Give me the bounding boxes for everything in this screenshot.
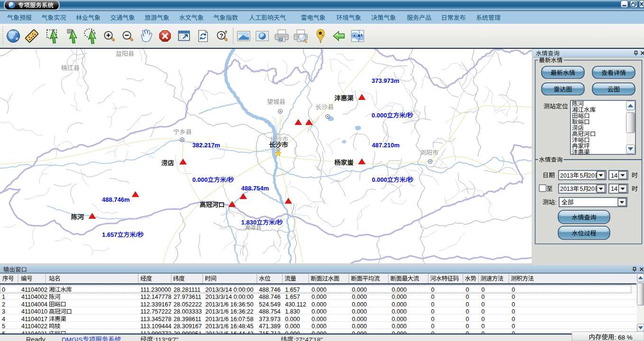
svg-text:0: 0: [481, 308, 485, 315]
svg-text:0.000: 0.000: [352, 301, 367, 308]
svg-text:/: /: [275, 219, 277, 226]
svg-text:0: 0: [466, 301, 469, 308]
svg-text:0: 0: [481, 316, 485, 323]
svg-text:0.000: 0.000: [193, 176, 208, 183]
svg-text:0.000: 0.000: [372, 112, 387, 119]
svg-text:DMGIS: DMGIS: [62, 336, 83, 341]
svg-text:0.000: 0.000: [392, 316, 407, 323]
svg-text:0.000: 0.000: [352, 323, 367, 330]
svg-text:0: 0: [466, 308, 469, 315]
svg-text:0.000: 0.000: [392, 294, 407, 300]
svg-text:0.000: 0.000: [392, 323, 407, 330]
svg-text:: 68 %: : 68 %: [615, 334, 633, 341]
svg-text:5: 5: [580, 186, 583, 192]
svg-text:0: 0: [466, 287, 469, 293]
svg-text:2013: 2013: [560, 186, 573, 192]
svg-text:0.000: 0.000: [312, 316, 327, 323]
svg-text:0: 0: [431, 294, 434, 300]
svg-text:382.217m: 382.217m: [193, 142, 221, 149]
svg-text:0: 0: [431, 323, 434, 330]
svg-text:1.830: 1.830: [241, 219, 257, 226]
svg-text:20: 20: [588, 172, 595, 179]
svg-text:/: /: [405, 112, 407, 119]
svg-text:0.000: 0.000: [312, 294, 327, 300]
svg-text:488.746m: 488.746m: [102, 196, 130, 203]
svg-text:0.000: 0.000: [352, 287, 367, 293]
svg-text:1.657: 1.657: [102, 231, 118, 238]
svg-text:0: 0: [481, 287, 485, 293]
svg-text:0: 0: [481, 301, 485, 308]
svg-text:5: 5: [580, 172, 583, 179]
svg-text:0: 0: [512, 308, 515, 315]
svg-text:±: ±: [225, 29, 227, 34]
svg-text:2013: 2013: [560, 172, 573, 179]
svg-text:0: 0: [466, 294, 469, 300]
svg-text:0.000: 0.000: [352, 308, 367, 315]
svg-text:Ready: Ready: [26, 336, 45, 341]
svg-text::: :: [555, 199, 557, 206]
svg-text:0.000: 0.000: [352, 294, 367, 300]
svg-text:0: 0: [431, 316, 434, 323]
svg-text:0: 0: [512, 301, 515, 308]
svg-text:0: 0: [512, 316, 515, 323]
svg-text:0.000: 0.000: [392, 308, 407, 315]
svg-text:0.000: 0.000: [312, 308, 327, 315]
svg-text:14: 14: [611, 172, 617, 179]
svg-text:0.000: 0.000: [352, 316, 367, 323]
svg-text:0: 0: [431, 301, 434, 308]
svg-text::113°9'7": :113°9'7": [153, 336, 178, 341]
svg-text:0.000: 0.000: [392, 287, 407, 293]
svg-text:0: 0: [466, 323, 469, 330]
svg-text:0.000: 0.000: [392, 301, 407, 308]
svg-text:0: 0: [466, 316, 469, 323]
svg-text:?: ?: [220, 32, 223, 39]
svg-text:0.000: 0.000: [312, 287, 327, 293]
svg-text:0: 0: [512, 294, 515, 300]
svg-text:373.973m: 373.973m: [372, 77, 400, 84]
svg-text:0: 0: [481, 323, 485, 330]
svg-text:0: 0: [481, 294, 485, 300]
svg-text:0: 0: [512, 287, 515, 293]
svg-text:0: 0: [512, 323, 515, 330]
svg-text:0.000: 0.000: [312, 323, 327, 330]
svg-text:/: /: [226, 176, 228, 183]
svg-text:/: /: [406, 176, 408, 183]
svg-text:0: 0: [431, 287, 434, 293]
svg-text:0: 0: [431, 308, 434, 315]
svg-text:14: 14: [611, 185, 617, 192]
svg-text::27°47'18": :27°47'18": [294, 336, 323, 341]
svg-text:0.000: 0.000: [372, 176, 387, 183]
svg-text:488.754m: 488.754m: [241, 185, 269, 192]
svg-text:0.000: 0.000: [312, 301, 327, 308]
svg-text:/: /: [136, 231, 138, 238]
svg-text:20: 20: [588, 186, 595, 192]
svg-text:487.210m: 487.210m: [372, 142, 400, 149]
